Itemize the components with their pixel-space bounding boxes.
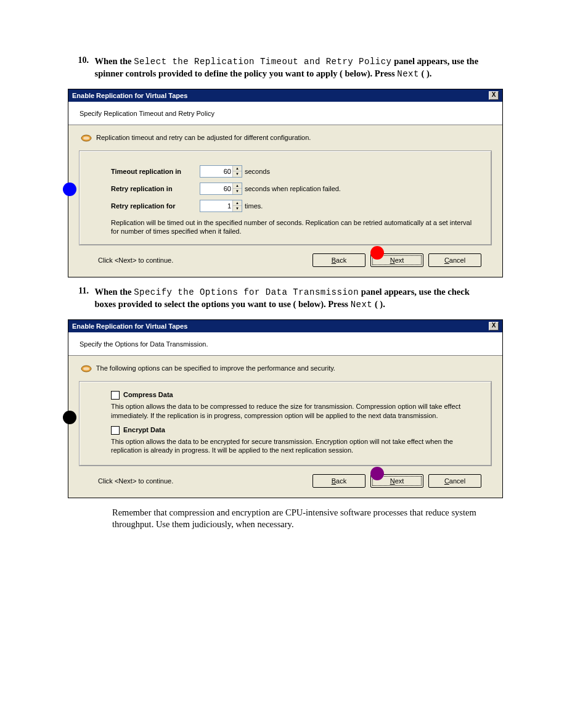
- step-11-number: 11.: [68, 286, 89, 296]
- retry-in-suffix: seconds when replication failed.: [245, 185, 341, 192]
- info-icon: [81, 364, 92, 373]
- after-note: Remember that compression and encryption…: [112, 507, 507, 531]
- dialog1-title: Enable Replication for Virtual Tapes: [72, 92, 187, 99]
- dialog1-buttons: Click <Next> to continue. Back Next Canc…: [77, 250, 494, 273]
- timeout-input[interactable]: [200, 166, 232, 177]
- callout-purple-icon: [370, 467, 384, 480]
- callout-blue-icon: [63, 183, 76, 196]
- svg-point-1: [83, 136, 89, 139]
- dialog1-help: Replication will be timed out in the spe…: [111, 218, 478, 236]
- timeout-label: Timeout replication in: [111, 168, 197, 175]
- encrypt-option[interactable]: Encrypt Data: [111, 426, 478, 435]
- dialog1-hint: Replication timeout and retry can be adj…: [96, 134, 311, 141]
- dialog2-subtitle-area: Specify the Options for Data Transmissio…: [68, 332, 502, 356]
- dialog2-frame: Compress Data This option allows the dat…: [80, 382, 491, 465]
- info-icon: [81, 134, 92, 142]
- dialog1-body: Replication timeout and retry can be adj…: [68, 125, 502, 277]
- dialog1-subtitle: Specify Replication Timeout and Retry Po…: [80, 110, 214, 117]
- retry-for-input[interactable]: [200, 200, 232, 211]
- step-10: 10. When the Select the Replication Time…: [68, 55, 520, 80]
- compress-checkbox[interactable]: [111, 391, 120, 400]
- back-button[interactable]: Back: [312, 253, 365, 267]
- step-10-text: When the Select the Replication Timeout …: [95, 55, 489, 80]
- timeout-spinner[interactable]: ▲▼: [200, 165, 242, 178]
- close-icon[interactable]: X: [489, 322, 499, 330]
- callout-black-icon: [63, 411, 76, 424]
- dialog-timeout-retry: Enable Replication for Virtual Tapes X S…: [68, 89, 503, 278]
- encrypt-checkbox[interactable]: [111, 426, 120, 435]
- retry-for-spinner[interactable]: ▲▼: [200, 200, 242, 212]
- dialog2-continue-hint: Click <Next> to continue.: [98, 477, 173, 485]
- retry-in-label: Retry replication in: [111, 185, 197, 192]
- back-button[interactable]: Back: [312, 474, 365, 488]
- dialog2-body: The following options can be specified t…: [68, 356, 502, 497]
- compress-option[interactable]: Compress Data: [111, 391, 478, 400]
- dialog2-subtitle: Specify the Options for Data Transmissio…: [80, 340, 208, 348]
- dialog1-continue-hint: Click <Next> to continue.: [98, 257, 173, 264]
- retry-in-spinner[interactable]: ▲▼: [200, 183, 242, 195]
- retry-for-suffix: times.: [245, 202, 263, 210]
- step-10-number: 10.: [68, 55, 89, 65]
- timeout-suffix: seconds: [245, 168, 270, 175]
- step-11: 11. When the Specify the Options for Dat…: [68, 286, 520, 311]
- retry-for-label: Retry replication for: [111, 202, 197, 210]
- cancel-button[interactable]: Cancel: [428, 474, 481, 488]
- dialog1-titlebar: Enable Replication for Virtual Tapes X: [68, 89, 502, 102]
- dialog2-title: Enable Replication for Virtual Tapes: [72, 322, 187, 330]
- dialog2-titlebar: Enable Replication for Virtual Tapes X: [68, 320, 502, 332]
- dialog-data-transmission: Enable Replication for Virtual Tapes X S…: [68, 319, 503, 498]
- dialog2-buttons: Click <Next> to continue. Back Next Canc…: [77, 470, 494, 494]
- svg-point-3: [83, 367, 89, 371]
- page: 10. When the Select the Replication Time…: [0, 0, 588, 568]
- encrypt-desc: This option allows the data to be encryp…: [111, 437, 478, 455]
- compress-desc: This option allows the data to be compre…: [111, 402, 478, 420]
- dialog1-subtitle-area: Specify Replication Timeout and Retry Po…: [68, 102, 502, 125]
- dialog1-frame: Timeout replication in ▲▼ seconds Retry …: [80, 151, 491, 245]
- dialog2-hint: The following options can be specified t…: [96, 364, 335, 372]
- retry-in-input[interactable]: [200, 183, 232, 194]
- close-icon[interactable]: X: [489, 91, 499, 100]
- cancel-button[interactable]: Cancel: [428, 253, 481, 267]
- step-11-text: When the Specify the Options for Data Tr…: [95, 286, 489, 311]
